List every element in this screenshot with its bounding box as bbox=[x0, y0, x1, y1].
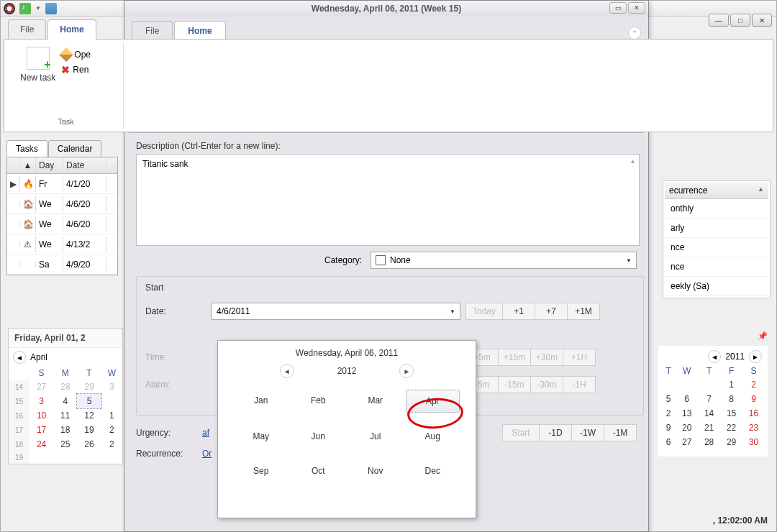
urgency-link[interactable]: af bbox=[202, 428, 209, 438]
open-label: Ope bbox=[74, 50, 91, 60]
offset-button[interactable]: +7 bbox=[535, 303, 568, 320]
col-date[interactable]: Date bbox=[63, 157, 106, 173]
offset-button[interactable]: -1W bbox=[571, 424, 604, 441]
offset-button[interactable]: -1D bbox=[539, 424, 572, 441]
offset-button[interactable]: +15m bbox=[498, 349, 531, 366]
table-row[interactable]: ▶🔥Fr4/1/20 bbox=[7, 174, 117, 194]
tab-file[interactable]: File bbox=[8, 19, 46, 40]
category-value: None bbox=[390, 255, 411, 265]
recurrence-header: ecurrence bbox=[669, 185, 707, 196]
new-task-label: New task bbox=[20, 73, 55, 83]
dialog-tab-file[interactable]: File bbox=[132, 21, 173, 40]
next-year-button[interactable]: ► bbox=[399, 364, 414, 378]
mini-cal-left-table[interactable]: SMTW142728293153451610111211717181921824… bbox=[9, 367, 122, 464]
pencil-icon bbox=[59, 47, 73, 62]
scroll-up-icon[interactable]: ▲ bbox=[630, 157, 636, 165]
status-bar: , 12:02:00 AM bbox=[713, 515, 768, 526]
mini-calendar-left: Friday, April 01, 2 ◄ April SMTW14272829… bbox=[8, 328, 123, 464]
list-item[interactable]: onthly bbox=[665, 199, 768, 219]
table-row[interactable]: 🏠We4/6/20 bbox=[7, 194, 117, 214]
tab-home[interactable]: Home bbox=[47, 19, 96, 40]
remove-label: Ren bbox=[73, 65, 88, 75]
offset-button[interactable]: Today bbox=[465, 303, 503, 320]
remove-button[interactable]: ✖ Ren bbox=[61, 64, 91, 75]
tab-calendar[interactable]: Calendar bbox=[48, 140, 102, 157]
main-ribbon: New task Ope ✖ Ren Task bbox=[4, 39, 773, 132]
recurrence-field-label: Recurrence: bbox=[136, 449, 202, 459]
offset-button[interactable]: +30m bbox=[530, 349, 563, 366]
offset-button[interactable]: -1H bbox=[563, 376, 596, 393]
month-jul[interactable]: Jul bbox=[348, 426, 403, 447]
cal-right-year: 2011 bbox=[725, 352, 745, 362]
alarm-label: Alarm: bbox=[145, 380, 212, 390]
minimize-button[interactable]: — bbox=[709, 14, 729, 27]
description-input[interactable]: Titanic sank ▲ bbox=[136, 154, 640, 246]
month-jun[interactable]: Jun bbox=[291, 426, 346, 447]
dropdown-icon[interactable]: ▼ bbox=[35, 5, 41, 12]
month-sep[interactable]: Sep bbox=[234, 460, 288, 482]
col-marker[interactable] bbox=[7, 157, 20, 173]
dialog-minimize-button[interactable]: ▭ bbox=[609, 2, 627, 14]
dialog-title: Wednesday, April 06, 2011 (Week 15) bbox=[312, 4, 461, 14]
prev-month-button[interactable]: ◄ bbox=[13, 351, 26, 364]
month-aug[interactable]: Aug bbox=[406, 426, 460, 447]
offset-button[interactable]: +1 bbox=[502, 303, 535, 320]
tab-tasks[interactable]: Tasks bbox=[6, 140, 47, 157]
month-feb[interactable]: Feb bbox=[291, 390, 346, 413]
month-oct[interactable]: Oct bbox=[291, 460, 346, 482]
offset-button[interactable]: +1M bbox=[567, 303, 600, 320]
sort-icon[interactable]: ▲ bbox=[758, 185, 764, 196]
month-dec[interactable]: Dec bbox=[406, 460, 460, 482]
category-combo[interactable]: None ▼ bbox=[371, 252, 637, 269]
col-day[interactable]: Day bbox=[36, 157, 63, 173]
list-item[interactable]: arly bbox=[665, 219, 768, 238]
time-label: Time: bbox=[145, 352, 212, 362]
mini-cal-right-table[interactable]: TWTFS1256789213141516920212223627282930 bbox=[661, 364, 765, 454]
table-row[interactable]: 🏠We4/6/20 bbox=[7, 214, 117, 234]
popup-year[interactable]: 2012 bbox=[337, 366, 357, 376]
new-task-button[interactable]: New task bbox=[14, 45, 61, 115]
start-button-strip: Start-1D-1W-1M bbox=[503, 424, 637, 441]
offset-button[interactable]: +1H bbox=[563, 349, 596, 366]
offset-button[interactable]: -30m bbox=[530, 376, 563, 393]
dialog-close-button[interactable]: ✕ bbox=[628, 2, 645, 14]
month-mar[interactable]: Mar bbox=[348, 390, 403, 413]
maximize-button[interactable]: □ bbox=[730, 14, 750, 27]
cal-right-prev[interactable]: ◄ bbox=[708, 350, 721, 363]
collapse-ribbon-button[interactable]: ⌃ bbox=[628, 27, 641, 40]
offset-button[interactable]: -1M bbox=[604, 424, 637, 441]
list-item[interactable]: eekly (Sa) bbox=[665, 277, 768, 296]
mini-cal-left-title: Friday, April 01, 2 bbox=[9, 329, 122, 348]
month-apr[interactable]: Apr bbox=[406, 390, 460, 413]
cal-right-next[interactable]: ► bbox=[749, 350, 762, 363]
month-may[interactable]: May bbox=[234, 426, 288, 447]
recurrence-link[interactable]: Or bbox=[202, 449, 212, 459]
prev-year-button[interactable]: ◄ bbox=[280, 364, 294, 378]
month-jan[interactable]: Jan bbox=[234, 390, 288, 413]
print-icon[interactable] bbox=[45, 3, 57, 14]
offset-button[interactable]: -15m bbox=[498, 376, 531, 393]
list-item[interactable]: nce bbox=[665, 238, 768, 257]
dialog-titlebar[interactable]: Wednesday, April 06, 2011 (Week 15) ▭ ✕ bbox=[124, 1, 648, 17]
start-title: Start bbox=[145, 283, 635, 293]
col-icon[interactable]: ▲ bbox=[20, 157, 36, 173]
date-combo[interactable]: 4/6/2011 ▼ bbox=[212, 303, 460, 320]
category-label: Category: bbox=[324, 255, 362, 265]
offset-button[interactable]: Start bbox=[502, 424, 540, 441]
table-row[interactable]: ⚠We4/13/2 bbox=[7, 234, 117, 254]
month-nov[interactable]: Nov bbox=[348, 460, 403, 482]
month-picker-popup: Wednesday, April 06, 2011 ◄ 2012 ► JanFe… bbox=[217, 340, 476, 518]
table-row[interactable]: Sa4/9/20 bbox=[7, 254, 117, 275]
close-window-button[interactable]: ✕ bbox=[752, 14, 772, 27]
music-note-icon[interactable] bbox=[19, 3, 31, 14]
open-button[interactable]: Ope bbox=[61, 50, 91, 60]
list-item[interactable]: nce bbox=[665, 257, 768, 277]
ribbon-group-task: Task bbox=[14, 115, 117, 126]
chevron-down-icon: ▼ bbox=[450, 308, 455, 315]
red-x-icon: ✖ bbox=[61, 64, 70, 75]
tasks-grid[interactable]: ▲ Day Date ▶🔥Fr4/1/20🏠We4/6/20🏠We4/6/20⚠… bbox=[6, 157, 118, 275]
recurrence-panel: ecurrence▲ onthlyarlyncenceeekly (Sa) bbox=[663, 180, 771, 298]
new-doc-icon bbox=[27, 47, 50, 70]
dialog-tab-home[interactable]: Home bbox=[174, 21, 225, 40]
pin-icon[interactable]: 📌 bbox=[758, 331, 768, 341]
